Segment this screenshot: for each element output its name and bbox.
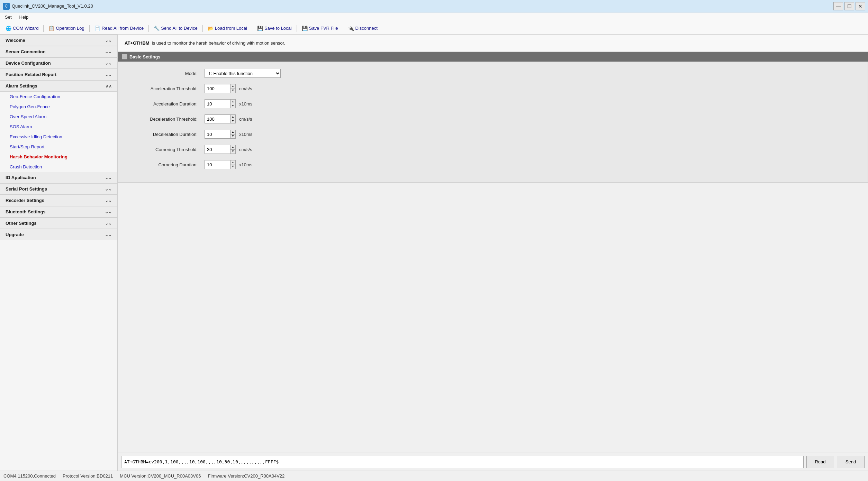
toolbar-save-local-label: Save to Local xyxy=(264,26,292,31)
cornering-duration-row: Cornering Duration: 10 ▲ ▼ x10ms xyxy=(128,160,857,169)
menu-set[interactable]: Set xyxy=(1,14,15,20)
status-connection: COM4,115200,Connected xyxy=(3,473,56,479)
decel-duration-input[interactable]: 10 xyxy=(205,130,230,138)
toolbar-send-all[interactable]: 🔧 Send All to Device xyxy=(151,25,200,32)
cornering-duration-unit: x10ms xyxy=(239,162,260,167)
sidebar-item-position-report[interactable]: Position Related Report ⌄⌄ xyxy=(0,69,117,80)
toolbar-read-all[interactable]: 📄 Read All from Device xyxy=(92,25,146,32)
decel-threshold-unit: cm/s/s xyxy=(239,117,260,122)
sidebar-item-upgrade[interactable]: Upgrade ⌄⌄ xyxy=(0,229,117,240)
command-input[interactable]: AT+GTHBM=cv200,1,100,,,,10,100,,,,10,30,… xyxy=(121,456,804,468)
sidebar-item-excessive-idling[interactable]: Excessive Idling Detection xyxy=(0,132,117,142)
sidebar-item-io-application-label: IO Application xyxy=(6,175,36,180)
chevron-down-icon: ⌄⌄ xyxy=(105,49,112,54)
cornering-duration-down[interactable]: ▼ xyxy=(230,165,235,169)
accel-threshold-up[interactable]: ▲ xyxy=(230,84,235,89)
sidebar-item-polygon-geo-fence[interactable]: Polygon Geo-Fence xyxy=(0,102,117,112)
decel-threshold-input[interactable]: 100 xyxy=(205,115,230,123)
toolbar-com-wizard[interactable]: 🌐 COM Wizard xyxy=(3,25,41,32)
operation-log-icon: 📋 xyxy=(48,26,54,31)
decel-duration-spinner: 10 ▲ ▼ xyxy=(205,130,236,139)
menu-bar: Set Help xyxy=(0,12,868,22)
cornering-threshold-unit: cm/s/s xyxy=(239,147,260,152)
send-button[interactable]: Send xyxy=(837,456,865,468)
sidebar-item-server-connection[interactable]: Server Connection ⌄⌄ xyxy=(0,46,117,57)
mode-select[interactable]: 0: Disable this function 1: Enable this … xyxy=(205,69,281,78)
panel-section: — Basic Settings Mode: 0: Disable this f… xyxy=(118,52,868,453)
sidebar-item-alarm-settings-label: Alarm Settings xyxy=(6,83,37,89)
maximize-button[interactable]: ☐ xyxy=(844,2,854,10)
sidebar-item-recorder[interactable]: Recorder Settings ⌄⌄ xyxy=(0,195,117,206)
cornering-duration-up[interactable]: ▲ xyxy=(230,160,235,165)
app-icon: Q xyxy=(3,3,10,10)
sidebar-item-over-speed[interactable]: Over Speed Alarm xyxy=(0,112,117,122)
accel-duration-spinner-btns: ▲ ▼ xyxy=(230,100,235,108)
sidebar-item-alarm-settings[interactable]: Alarm Settings ∧∧ xyxy=(0,80,117,92)
toolbar-sep-1 xyxy=(43,25,44,32)
menu-help[interactable]: Help xyxy=(16,14,32,20)
sidebar-item-start-stop[interactable]: Start/Stop Report xyxy=(0,142,117,152)
accel-threshold-spinner: 100 ▲ ▼ xyxy=(205,84,236,93)
toolbar-save-local[interactable]: 💾 Save to Local xyxy=(254,25,295,32)
sidebar-item-harsh-behavior[interactable]: Harsh Behavior Monitoring xyxy=(0,152,117,162)
sidebar-item-geo-fence[interactable]: Geo-Fence Configuration xyxy=(0,92,117,102)
toolbar-sep-5 xyxy=(252,25,252,32)
accel-threshold-down[interactable]: ▼ xyxy=(230,89,235,93)
status-firmware: Firmware Version:CV200_R00A04V22 xyxy=(208,473,284,479)
accel-duration-up[interactable]: ▲ xyxy=(230,100,235,104)
read-button[interactable]: Read xyxy=(806,456,834,468)
cornering-threshold-spinner-btns: ▲ ▼ xyxy=(230,145,235,154)
decel-threshold-down[interactable]: ▼ xyxy=(230,119,235,123)
close-button[interactable]: ✕ xyxy=(856,2,865,10)
sidebar-item-device-configuration[interactable]: Device Configuration ⌄⌄ xyxy=(0,57,117,69)
chevron-down-icon: ⌄⌄ xyxy=(105,198,112,203)
content-area: AT+GTHBM is used to monitor the harsh be… xyxy=(118,35,868,471)
cornering-duration-input[interactable]: 10 xyxy=(205,160,230,169)
sidebar-item-io-application[interactable]: IO Application ⌄⌄ xyxy=(0,172,117,183)
sidebar-item-bluetooth[interactable]: Bluetooth Settings ⌄⌄ xyxy=(0,206,117,218)
accel-threshold-label: Acceleration Threshold: xyxy=(128,86,201,91)
toolbar-save-fvr[interactable]: 💾 Save FVR File xyxy=(299,25,341,32)
status-mcu: MCU Version:CV200_MCU_R00A03V06 xyxy=(120,473,201,479)
decel-threshold-up[interactable]: ▲ xyxy=(230,115,235,119)
chevron-down-icon: ⌄⌄ xyxy=(105,210,112,214)
cornering-threshold-input[interactable]: 30 xyxy=(205,145,230,154)
com-wizard-icon: 🌐 xyxy=(6,26,11,31)
sidebar-item-sos-alarm[interactable]: SOS Alarm xyxy=(0,122,117,132)
at-cmd-label: AT+GTHBM is used to monitor the harsh be… xyxy=(125,40,285,46)
accel-duration-input[interactable]: 10 xyxy=(205,100,230,108)
cornering-threshold-row: Cornering Threshold: 30 ▲ ▼ cm/s/s xyxy=(128,145,857,154)
decel-duration-up[interactable]: ▲ xyxy=(230,130,235,134)
sidebar-item-other-settings-label: Other Settings xyxy=(6,221,37,226)
decel-threshold-row: Deceleration Threshold: 100 ▲ ▼ cm/s/s xyxy=(128,114,857,123)
toolbar-load-local[interactable]: 📂 Load from Local xyxy=(205,25,250,32)
command-bar: AT+GTHBM=cv200,1,100,,,,10,100,,,,10,30,… xyxy=(118,453,868,471)
minimize-button[interactable]: — xyxy=(833,2,843,10)
mode-row: Mode: 0: Disable this function 1: Enable… xyxy=(128,69,857,78)
sidebar-item-bluetooth-label: Bluetooth Settings xyxy=(6,209,46,214)
toolbar-read-all-label: Read All from Device xyxy=(102,26,144,31)
panel-collapse-button[interactable]: — xyxy=(122,54,127,59)
cornering-threshold-up[interactable]: ▲ xyxy=(230,145,235,149)
sidebar-item-server-connection-label: Server Connection xyxy=(6,49,46,54)
title-bar: Q Queclink_CV200_Manage_Tool_V1.0.20 — ☐… xyxy=(0,0,868,12)
toolbar-operation-log[interactable]: 📋 Operation Log xyxy=(46,25,87,32)
cornering-threshold-down[interactable]: ▼ xyxy=(230,149,235,154)
accel-duration-down[interactable]: ▼ xyxy=(230,104,235,108)
toolbar-sep-2 xyxy=(89,25,90,32)
decel-duration-label: Deceleration Duration: xyxy=(128,132,201,137)
panel-header: — Basic Settings xyxy=(118,52,868,62)
sidebar-item-other-settings[interactable]: Other Settings ⌄⌄ xyxy=(0,218,117,229)
toolbar-disconnect[interactable]: 🔌 Disconnect xyxy=(345,25,380,32)
chevron-down-icon: ⌄⌄ xyxy=(105,38,112,43)
toolbar-disconnect-label: Disconnect xyxy=(355,26,378,31)
accel-threshold-input[interactable]: 100 xyxy=(205,84,230,93)
sidebar-item-crash-detection[interactable]: Crash Detection xyxy=(0,162,117,172)
decel-duration-spinner-btns: ▲ ▼ xyxy=(230,130,235,138)
panel-body: Mode: 0: Disable this function 1: Enable… xyxy=(118,62,868,183)
status-protocol: Protocol Version:BD0211 xyxy=(63,473,113,479)
accel-duration-unit: x10ms xyxy=(239,101,260,107)
sidebar-item-welcome[interactable]: Welcome ⌄⌄ xyxy=(0,35,117,46)
sidebar-item-serial-port[interactable]: Serial Port Settings ⌄⌄ xyxy=(0,183,117,195)
decel-duration-down[interactable]: ▼ xyxy=(230,134,235,139)
